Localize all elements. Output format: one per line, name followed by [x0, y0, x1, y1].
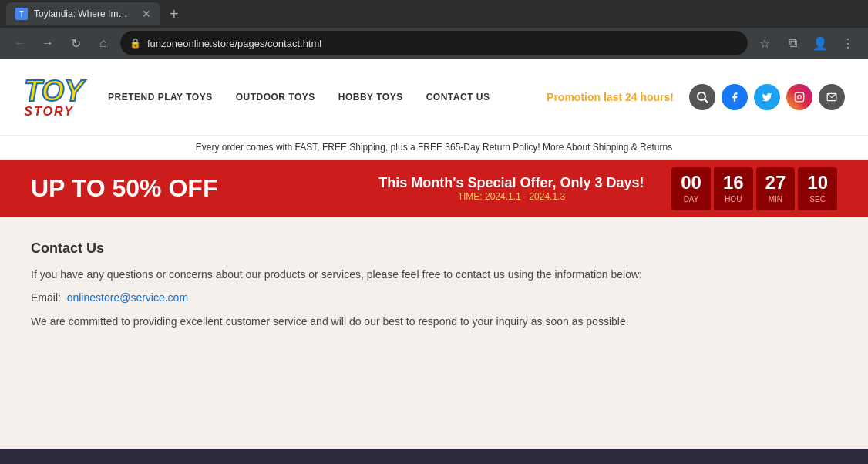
- contact-email-line: Email: onlinestore@service.com: [31, 289, 837, 306]
- email-link[interactable]: onlinestore@service.com: [67, 291, 188, 304]
- nav-icons: [689, 84, 845, 110]
- nav-links: PRETEND PLAY TOYS OUTDOOR TOYS HOBBY TOY…: [108, 92, 547, 103]
- main-content: Contact Us If you have any questions or …: [0, 217, 868, 449]
- lock-icon: 🔒: [130, 38, 141, 49]
- nav-pretend-play[interactable]: PRETEND PLAY TOYS: [108, 92, 213, 103]
- countdown-seconds: 10 SEC: [798, 167, 837, 210]
- profile-button[interactable]: 👤: [809, 32, 831, 54]
- contact-title: Contact Us: [31, 240, 837, 257]
- logo-story: STORY: [24, 106, 83, 118]
- browser-action-buttons: ☆ ⧉ 👤 ⋮: [754, 32, 859, 54]
- url-input[interactable]: [147, 38, 738, 49]
- back-button[interactable]: ←: [9, 32, 31, 54]
- promotion-text: Promotion last 24 hours!: [547, 91, 674, 103]
- countdown: 00 DAY 16 HOU 27 MIN 10 SEC: [671, 167, 837, 210]
- promo-off-text: UP TO 50% OFF: [31, 174, 352, 203]
- nav-outdoor-toys[interactable]: OUTDOOR TOYS: [236, 92, 315, 103]
- countdown-days-value: 00: [681, 173, 701, 192]
- countdown-seconds-value: 10: [807, 173, 828, 192]
- shipping-text: Every order comes with FAST, FREE Shippi…: [196, 142, 672, 153]
- tab-close-button[interactable]: ✕: [142, 8, 151, 20]
- new-tab-button[interactable]: +: [163, 5, 185, 23]
- tab-bar: T Toylandia: Where Imagination... ✕ +: [0, 0, 868, 28]
- promo-offer: This Month's Special Offer, Only 3 Days!…: [352, 175, 672, 202]
- email-icon: [826, 92, 837, 103]
- promo-offer-title: This Month's Special Offer, Only 3 Days!: [352, 175, 672, 191]
- countdown-hours: 16 HOU: [714, 167, 753, 210]
- home-button[interactable]: ⌂: [93, 32, 114, 54]
- tab-title: Toylandia: Where Imagination...: [34, 8, 133, 19]
- logo[interactable]: TOY STORY: [23, 66, 85, 128]
- navbar: TOY STORY PRETEND PLAY TOYS OUTDOOR TOYS…: [0, 59, 868, 136]
- email-label: Email:: [31, 291, 61, 304]
- nav-hobby-toys[interactable]: HOBBY TOYS: [338, 92, 403, 103]
- twitter-icon: [762, 92, 772, 103]
- contact-commitment: We are committed to providing excellent …: [31, 313, 837, 330]
- forward-button[interactable]: →: [37, 32, 59, 54]
- countdown-days-label: DAY: [684, 195, 699, 203]
- address-bar[interactable]: 🔒: [120, 31, 748, 55]
- nav-contact-us[interactable]: CONTACT US: [426, 92, 490, 103]
- countdown-minutes: 27 MIN: [756, 167, 796, 210]
- website: TOY STORY PRETEND PLAY TOYS OUTDOOR TOYS…: [0, 59, 868, 464]
- active-tab[interactable]: T Toylandia: Where Imagination... ✕: [6, 2, 160, 25]
- countdown-hours-value: 16: [723, 173, 744, 192]
- countdown-seconds-label: SEC: [809, 195, 826, 203]
- instagram-icon-button[interactable]: [786, 84, 812, 110]
- svg-point-3: [798, 95, 802, 99]
- promo-banner: UP TO 50% OFF This Month's Special Offer…: [0, 160, 868, 217]
- countdown-days: 00 DAY: [671, 167, 711, 210]
- logo-toy: TOY: [24, 75, 83, 107]
- twitter-icon-button[interactable]: [754, 84, 780, 110]
- bookmark-button[interactable]: ☆: [754, 32, 775, 54]
- countdown-hours-label: HOU: [725, 195, 742, 203]
- instagram-icon: [794, 92, 805, 103]
- shipping-bar: Every order comes with FAST, FREE Shippi…: [0, 136, 868, 160]
- promo-offer-time: TIME: 2024.1.1 - 2024.1.3: [352, 191, 672, 202]
- menu-button[interactable]: ⋮: [837, 32, 859, 54]
- email-icon-button[interactable]: [819, 84, 845, 110]
- svg-point-4: [802, 94, 802, 95]
- svg-line-1: [705, 99, 708, 103]
- facebook-icon-button[interactable]: [722, 84, 748, 110]
- countdown-minutes-label: MIN: [769, 195, 782, 203]
- footer: INFORMATION About Us SERVICES Shopping C…: [0, 449, 868, 464]
- refresh-button[interactable]: ↻: [65, 32, 86, 54]
- extensions-button[interactable]: ⧉: [782, 32, 803, 54]
- countdown-minutes-value: 27: [765, 173, 786, 192]
- svg-rect-2: [795, 92, 804, 102]
- browser-chrome: T Toylandia: Where Imagination... ✕ + ← …: [0, 0, 868, 59]
- tab-favicon: T: [15, 8, 28, 20]
- contact-intro: If you have any questions or concerns ab…: [31, 266, 837, 283]
- browser-controls: ← → ↻ ⌂ 🔒 ☆ ⧉ 👤 ⋮: [0, 28, 868, 59]
- search-icon: [696, 91, 708, 103]
- search-icon-button[interactable]: [689, 84, 715, 110]
- facebook-icon: [729, 92, 740, 103]
